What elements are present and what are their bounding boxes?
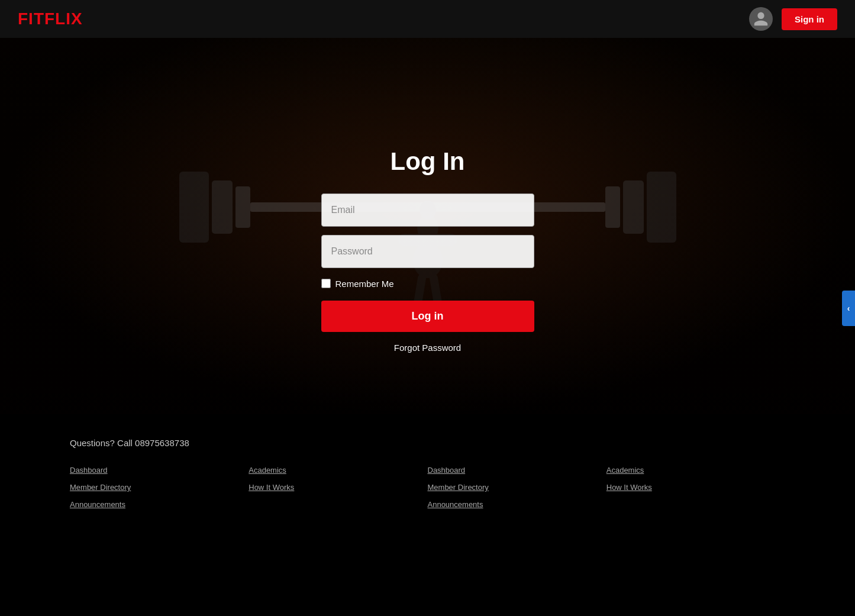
footer-link-dashboard-1[interactable]: Dashboard: [428, 466, 466, 475]
chevron-left-icon: ‹: [847, 304, 850, 313]
login-container: Log In Remember Me Log in Forgot Passwor…: [0, 100, 855, 353]
user-icon: [753, 11, 769, 27]
login-title: Log In: [391, 147, 465, 176]
footer-col-1: Academics How It Works: [249, 466, 427, 509]
footer-phone: Questions? Call 08975638738: [70, 438, 785, 448]
login-button[interactable]: Log in: [321, 301, 534, 332]
footer-col-2: Dashboard Member Directory Announcements: [428, 466, 606, 509]
header: FITFLIX Sign in: [0, 0, 855, 38]
footer-link-academics-0[interactable]: Academics: [249, 466, 286, 475]
side-panel[interactable]: ‹: [842, 291, 855, 326]
footer-link-announcements-0[interactable]: Announcements: [70, 500, 125, 509]
footer-col-0: Dashboard Member Directory Announcements: [70, 466, 249, 509]
footer-link-dashboard-0[interactable]: Dashboard: [70, 466, 108, 475]
footer-link-how-it-works-1[interactable]: How It Works: [606, 483, 652, 492]
forgot-password-link[interactable]: Forgot Password: [321, 343, 534, 353]
login-form: Remember Me Log in Forgot Password: [321, 193, 534, 353]
remember-me-label[interactable]: Remember Me: [335, 279, 394, 289]
hero-section: Log In Remember Me Log in Forgot Passwor…: [0, 0, 855, 414]
footer-link-academics-1[interactable]: Academics: [606, 466, 644, 475]
password-input[interactable]: [321, 235, 534, 268]
logo: FITFLIX: [18, 9, 83, 28]
email-input[interactable]: [321, 193, 534, 227]
sign-in-button[interactable]: Sign in: [782, 8, 837, 30]
footer-col-3: Academics How It Works: [606, 466, 785, 509]
footer-link-member-directory-1[interactable]: Member Directory: [428, 483, 489, 492]
footer-links: Dashboard Member Directory Announcements…: [70, 466, 785, 509]
footer: Questions? Call 08975638738 Dashboard Me…: [0, 414, 855, 544]
avatar: [749, 7, 773, 31]
footer-link-member-directory-0[interactable]: Member Directory: [70, 483, 131, 492]
remember-me-checkbox[interactable]: [321, 279, 331, 288]
header-right: Sign in: [749, 7, 837, 31]
remember-me-row: Remember Me: [321, 279, 534, 289]
footer-link-how-it-works-0[interactable]: How It Works: [249, 483, 294, 492]
footer-link-announcements-1[interactable]: Announcements: [428, 500, 483, 509]
